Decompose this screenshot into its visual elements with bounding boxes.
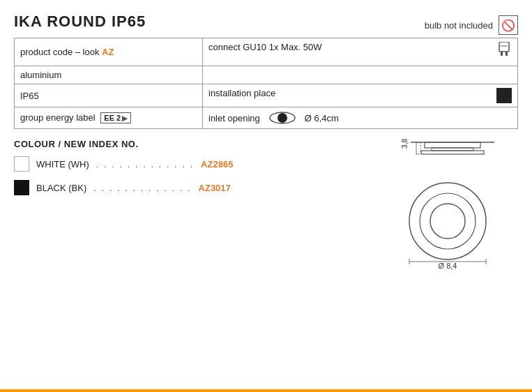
- diagram-area: 3,8: [377, 139, 518, 272]
- svg-rect-1: [501, 52, 503, 56]
- colour-swatch-black: [14, 180, 29, 195]
- inlet-label: inlet opening: [208, 113, 260, 123]
- svg-point-14: [409, 183, 486, 259]
- energy-arrow-icon: ▶: [122, 114, 128, 122]
- svg-point-15: [420, 193, 476, 249]
- product-code-label: product code – look: [20, 47, 102, 57]
- installation-cell: installation place: [203, 84, 518, 107]
- side-view-container: 3,8: [401, 139, 494, 174]
- svg-point-5: [278, 113, 287, 123]
- spec-row-aluminium: aluminium: [15, 66, 518, 84]
- bulb-row: bulb not included 🚫: [425, 15, 518, 35]
- spec-row-product-code: product code – look AZ connect GU10 1x M…: [15, 38, 518, 66]
- svg-rect-7: [425, 142, 480, 148]
- installation-label: installation place: [208, 88, 275, 98]
- inlet-cell: inlet opening Ø 6,4cm: [203, 107, 518, 129]
- colour-name-white: WHITE (WH): [36, 159, 89, 169]
- energy-class-badge: EE 2 ▶: [100, 112, 131, 123]
- spec-row-energy: group energy label EE 2 ▶ inlet opening …: [15, 107, 518, 129]
- spec-table: product code – look AZ connect GU10 1x M…: [14, 38, 518, 129]
- aluminium-cell: aluminium: [15, 66, 203, 84]
- gu10-icon: [496, 42, 512, 62]
- spec-row-ip: IP65 installation place: [15, 84, 518, 107]
- bulb-icon: 🚫: [499, 15, 518, 35]
- product-code-az: AZ: [102, 47, 114, 57]
- front-view-container: Ø 8,4: [402, 179, 493, 272]
- colour-swatch-white: [14, 156, 29, 172]
- colour-dots-black: . . . . . . . . . . . . .: [93, 183, 191, 193]
- colour-dots-white: . . . . . . . . . . . . .: [96, 159, 194, 169]
- ip-cell: IP65: [15, 84, 203, 107]
- inlet-diameter: Ø 6,4cm: [305, 113, 339, 123]
- colour-code-black: AZ3017: [199, 183, 231, 193]
- connect-cell: connect GU10 1x Max. 50W: [203, 38, 518, 66]
- side-height-label: 3,8: [401, 139, 409, 150]
- colour-code-white: AZ2865: [201, 159, 233, 169]
- aluminium-right: [203, 66, 518, 84]
- colour-item-black: BLACK (BK) . . . . . . . . . . . . . AZ3…: [14, 180, 377, 195]
- ip-label: IP65: [20, 91, 39, 101]
- svg-point-16: [430, 204, 465, 239]
- product-code-cell: product code – look AZ: [15, 38, 203, 66]
- installation-icon: [496, 88, 512, 103]
- inlet-row: inlet opening Ø 6,4cm: [208, 111, 512, 125]
- colour-title: COLOUR / NEW INDEX NO.: [14, 139, 377, 149]
- energy-cell: group energy label EE 2 ▶: [15, 107, 203, 129]
- svg-rect-8: [432, 148, 473, 151]
- inlet-icon: [268, 111, 296, 125]
- svg-rect-9: [421, 151, 484, 154]
- svg-rect-2: [506, 52, 508, 56]
- aluminium-label: aluminium: [20, 70, 61, 80]
- svg-text:Ø 8,4: Ø 8,4: [438, 262, 457, 270]
- colour-item-white: WHITE (WH) . . . . . . . . . . . . . AZ2…: [14, 156, 377, 172]
- colour-left: COLOUR / NEW INDEX NO. WHITE (WH) . . . …: [14, 139, 377, 272]
- group-energy-label: group energy label: [20, 112, 96, 123]
- colour-section: COLOUR / NEW INDEX NO. WHITE (WH) . . . …: [14, 139, 518, 272]
- colour-name-black: BLACK (BK): [36, 183, 86, 193]
- bulb-label: bulb not included: [425, 20, 493, 31]
- footer-bar: [0, 389, 532, 392]
- svg-rect-0: [499, 42, 509, 52]
- side-view-diagram: [411, 139, 494, 174]
- front-view-diagram: Ø 8,4: [402, 179, 493, 270]
- connect-label: connect GU10 1x Max. 50W: [208, 42, 322, 52]
